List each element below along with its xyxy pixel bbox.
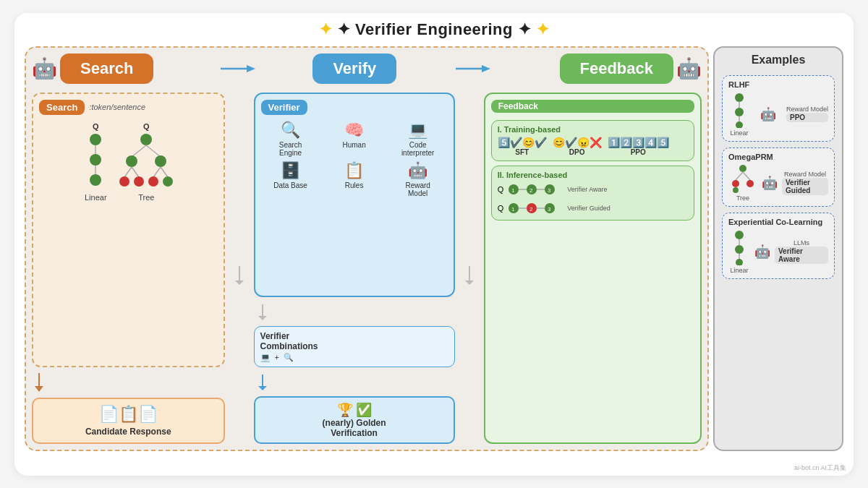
verify-to-feedback-arrow: [454, 63, 490, 74]
example-ecl: Experiential Co-Learning Linear 🤖: [722, 213, 835, 279]
svg-marker-23: [35, 386, 43, 392]
rlhf-sub2: Reward Model: [786, 106, 828, 113]
arrow2-svg: [454, 63, 490, 74]
candidate-box: 📄📋📄 Candidate Response: [32, 398, 225, 444]
q-aware: Q: [498, 185, 504, 194]
q-guided: Q: [498, 204, 504, 213]
linear-tree-section: Q Linear: [81, 122, 110, 202]
human-label: Human: [342, 141, 365, 149]
rlhf-linear-svg: [728, 92, 750, 128]
verifier-item-reward: 🤖 RewardModel: [388, 161, 448, 197]
ecl-sub1: Linear: [728, 267, 750, 274]
svg-text:1: 1: [511, 206, 515, 213]
omega-tag: Verifier Guided: [782, 178, 828, 195]
robot-left-icon: 🤖: [32, 59, 57, 79]
svg-point-59: [733, 187, 739, 193]
ppo-label: PPO: [631, 148, 646, 156]
svg-point-60: [735, 231, 744, 239]
feedback-header-area: Feedback 🤖: [493, 53, 702, 84]
combo-title: VerifierCombinations: [260, 331, 448, 351]
golden-arrow-svg: [254, 373, 271, 390]
verifier-aware-label: Verifier Aware: [567, 186, 607, 193]
token-label: :token/sentence: [89, 103, 145, 111]
verifier-item-rules: 📋 Rules: [325, 161, 384, 197]
inference-title: II. Inference-based: [498, 171, 688, 179]
ppo-emoji: 1️⃣2️⃣3️⃣4️⃣5️⃣: [608, 137, 669, 148]
reward-icon: 🤖: [408, 161, 427, 180]
human-icon: 🧠: [344, 121, 364, 140]
svg-line-55: [743, 172, 750, 180]
tree-section: Q: [117, 122, 175, 202]
search-engine-icon: 🔍: [281, 121, 300, 140]
svg-point-64: [736, 259, 743, 265]
search-verify-divider-arrow: [231, 93, 248, 444]
search-phase-button: Search: [60, 53, 153, 84]
search-to-candidate-arrow-row: [32, 372, 225, 393]
page-title: ✦ ✦ Verifier Engineering ✦ ✦: [25, 20, 843, 39]
golden-icons: 🏆 ✅: [261, 402, 448, 418]
svg-marker-31: [465, 281, 474, 285]
svg-marker-25: [235, 281, 244, 285]
rlhf-tag: PPO: [786, 113, 828, 122]
svg-point-17: [134, 176, 144, 187]
svg-point-4: [90, 134, 101, 145]
omega-right: Reward Model Verifier Guided: [782, 171, 828, 195]
svg-point-21: [163, 176, 173, 187]
combo-box: VerifierCombinations 💻 + 🔍: [254, 326, 455, 367]
q-label-linear: Q: [93, 122, 99, 131]
main-container: ✦ ✦ Verifier Engineering ✦ ✦ 🤖 Search: [14, 13, 854, 476]
svg-point-56: [732, 180, 739, 187]
svg-point-52: [736, 121, 743, 128]
verify-phase-button: Verify: [312, 53, 396, 84]
svg-text:3: 3: [548, 206, 551, 213]
ecl-nodes: Linear: [728, 229, 750, 274]
verifier-title: Verifier: [261, 100, 307, 115]
rlhf-sub1: Linear: [728, 129, 750, 137]
golden-icon1: 🏆: [337, 402, 353, 418]
svg-point-62: [735, 245, 744, 254]
verifier-item-code: 💻 Codeinterpreter: [388, 121, 448, 157]
svg-line-10: [132, 145, 146, 157]
star-right-icon: ✦: [536, 20, 550, 38]
omega-nodes: Tree: [728, 164, 757, 202]
training-box: I. Training-based 5️⃣✔️😊✔️ SFT 😊✔️😠❌ DPO: [491, 120, 694, 161]
verifier-item-human: 🧠 Human: [325, 121, 384, 157]
svg-point-16: [119, 176, 129, 187]
rlhf-right: Reward Model PPO: [786, 106, 828, 122]
omega-sub2: Reward Model: [782, 171, 828, 178]
columns-row: Search :token/sentence Q: [32, 93, 702, 444]
svg-text:2: 2: [529, 206, 533, 213]
omega-robot-icon: 🤖: [762, 175, 778, 191]
search-inner-header: Search :token/sentence: [39, 100, 218, 115]
verifier-grid: 🔍 SearchEngine 🧠 Human 💻 Codeinterpreter: [261, 121, 448, 197]
doc-icons: 📄📋📄: [39, 405, 218, 424]
flow-area: 🤖 Search Verify: [25, 46, 843, 451]
verifier-guided-label: Verifier Guided: [567, 205, 610, 212]
svg-point-13: [155, 155, 166, 167]
svg-text:3: 3: [548, 187, 551, 194]
omega-tree-svg: [728, 164, 757, 193]
candidate-title: Candidate Response: [39, 427, 218, 437]
mid-arrow1-svg: [231, 265, 248, 286]
training-title: I. Training-based: [498, 125, 688, 134]
examples-panel: Examples RLHF Linear 🤖: [713, 46, 843, 451]
combo-icon1: 💻: [260, 353, 271, 362]
feedback-label: Feedback: [491, 100, 694, 113]
svg-line-19: [161, 167, 168, 177]
search-content-box: Search :token/sentence Q: [32, 93, 225, 367]
watermark: ai-bot.cn AI工具集: [794, 463, 846, 473]
rlhf-row: Linear 🤖 Reward Model PPO: [728, 92, 828, 137]
sft-dpo-row: 5️⃣✔️😊✔️ SFT 😊✔️😠❌ DPO 1️⃣2️⃣3️⃣4️⃣5️⃣: [498, 137, 688, 156]
verify-feedback-divider-arrow: [461, 93, 478, 444]
aware-path-svg: 1 2 3: [506, 182, 564, 197]
dpo-item: 😊✔️😠❌ DPO: [553, 137, 602, 156]
svg-point-50: [735, 108, 744, 116]
example-omega: OmegaPRM Tree 🤖: [722, 147, 835, 207]
svg-line-11: [146, 145, 161, 157]
svg-point-9: [140, 134, 152, 145]
star-left-icon: ✦: [319, 20, 333, 38]
svg-marker-27: [258, 316, 267, 320]
feedback-phase-button: Feedback: [560, 53, 674, 84]
linear-label: Linear: [85, 193, 107, 202]
ecl-name: Experiential Co-Learning: [728, 218, 828, 226]
